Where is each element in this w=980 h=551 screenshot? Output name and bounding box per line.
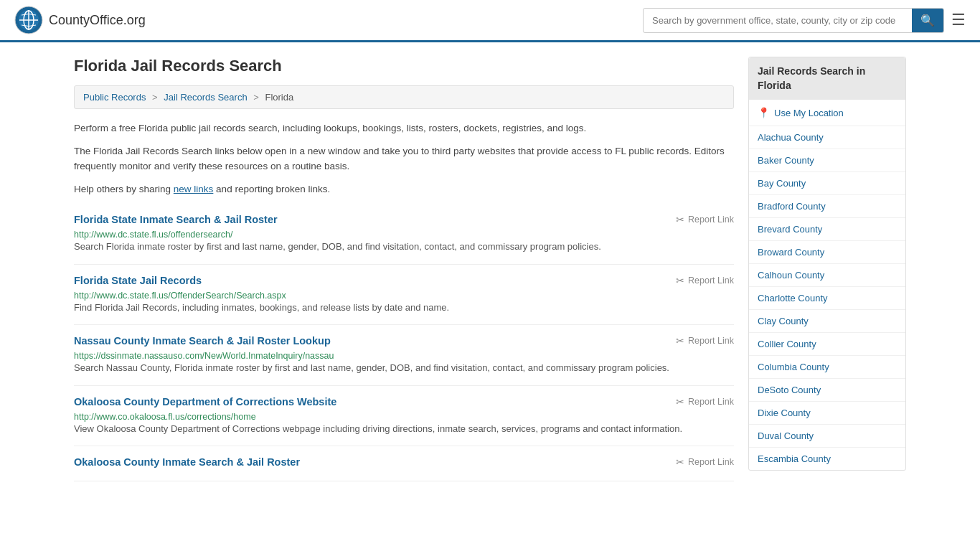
county-link-bay[interactable]: Bay County (749, 172, 905, 194)
list-item: Broward County (749, 241, 905, 264)
record-item: Okaloosa County Department of Correction… (74, 386, 734, 447)
list-item: Clay County (749, 310, 905, 333)
report-icon: ✂ (676, 456, 684, 468)
record-title[interactable]: Okaloosa County Inmate Search & Jail Ros… (74, 456, 300, 468)
logo-area: CountyOffice.org (14, 6, 146, 34)
county-link-charlotte[interactable]: Charlotte County (749, 287, 905, 309)
record-desc: Find Florida Jail Records, including inm… (74, 301, 734, 315)
county-link-bradford[interactable]: Bradford County (749, 195, 905, 217)
list-item: Columbia County (749, 356, 905, 379)
record-header: Florida State Inmate Search & Jail Roste… (74, 214, 734, 225)
list-item: Duval County (749, 425, 905, 448)
record-header: Okaloosa County Inmate Search & Jail Ros… (74, 456, 734, 468)
sidebar: Jail Records Search in Florida 📍 Use My … (748, 57, 906, 481)
county-link-desoto[interactable]: DeSoto County (749, 379, 905, 401)
record-header: Okaloosa County Department of Correction… (74, 396, 734, 408)
main-container: Florida Jail Records Search Public Recor… (60, 42, 920, 496)
record-url[interactable]: http://www.co.okaloosa.fl.us/corrections… (74, 412, 256, 422)
record-item: Okaloosa County Inmate Search & Jail Ros… (74, 446, 734, 481)
record-desc: View Okaloosa County Department of Corre… (74, 422, 734, 436)
search-input[interactable] (644, 10, 912, 31)
sidebar-county-list: Alachua County Baker County Bay County B… (749, 126, 905, 470)
site-header: CountyOffice.org 🔍 ☰ (0, 0, 980, 42)
list-item: Bradford County (749, 195, 905, 218)
description-2: The Florida Jail Records Search links be… (74, 143, 734, 174)
record-desc: Search Florida inmate roster by first an… (74, 240, 734, 254)
record-url[interactable]: https://dssinmate.nassauso.com/NewWorld.… (74, 351, 334, 361)
list-item: Charlotte County (749, 287, 905, 310)
list-item: Alachua County (749, 126, 905, 149)
list-item: Brevard County (749, 218, 905, 241)
pin-icon: 📍 (758, 107, 770, 118)
record-url[interactable]: http://www.dc.state.fl.us/OffenderSearch… (74, 291, 286, 301)
menu-button[interactable]: ☰ (951, 11, 966, 29)
county-link-collier[interactable]: Collier County (749, 333, 905, 355)
record-title[interactable]: Florida State Jail Records (74, 275, 202, 286)
report-icon: ✂ (676, 396, 684, 408)
list-item: Dixie County (749, 402, 905, 425)
description-1: Perform a free Florida public jail recor… (74, 121, 734, 136)
report-link[interactable]: ✂ Report Link (676, 335, 734, 347)
record-item: Florida State Jail Records ✂ Report Link… (74, 265, 734, 326)
county-link-clay[interactable]: Clay County (749, 310, 905, 332)
search-button[interactable]: 🔍 (912, 9, 943, 32)
page-title: Florida Jail Records Search (74, 57, 734, 75)
breadcrumb-sep-2: > (253, 92, 259, 103)
breadcrumb-public-records[interactable]: Public Records (83, 92, 146, 103)
content-area: Florida Jail Records Search Public Recor… (74, 57, 734, 481)
county-link-brevard[interactable]: Brevard County (749, 218, 905, 240)
breadcrumb-jail-records-search[interactable]: Jail Records Search (164, 92, 247, 103)
report-icon: ✂ (676, 335, 684, 347)
list-item: Baker County (749, 149, 905, 172)
list-item: Collier County (749, 333, 905, 356)
county-link-calhoun[interactable]: Calhoun County (749, 264, 905, 286)
use-my-location-link[interactable]: Use My Location (774, 108, 844, 118)
county-link-baker[interactable]: Baker County (749, 149, 905, 171)
record-desc: Search Nassau County, Florida inmate ros… (74, 361, 734, 375)
county-link-broward[interactable]: Broward County (749, 241, 905, 263)
record-header: Florida State Jail Records ✂ Report Link (74, 275, 734, 286)
record-url[interactable]: http://www.dc.state.fl.us/offendersearch… (74, 230, 232, 240)
county-link-alachua[interactable]: Alachua County (749, 126, 905, 149)
list-item: Calhoun County (749, 264, 905, 287)
logo-text: CountyOffice.org (49, 13, 146, 28)
sidebar-title: Jail Records Search in Florida (749, 57, 905, 100)
county-link-columbia[interactable]: Columbia County (749, 356, 905, 378)
record-header: Nassau County Inmate Search & Jail Roste… (74, 335, 734, 347)
list-item: Escambia County (749, 448, 905, 470)
breadcrumb-florida: Florida (265, 92, 293, 103)
breadcrumb: Public Records > Jail Records Search > F… (74, 85, 734, 109)
report-link[interactable]: ✂ Report Link (676, 214, 734, 225)
report-icon: ✂ (676, 214, 684, 225)
report-icon: ✂ (676, 275, 684, 286)
record-title[interactable]: Nassau County Inmate Search & Jail Roste… (74, 335, 331, 347)
search-bar: 🔍 (643, 8, 944, 33)
sidebar-section: Jail Records Search in Florida 📍 Use My … (748, 57, 906, 471)
breadcrumb-sep-1: > (152, 92, 158, 103)
county-link-dixie[interactable]: Dixie County (749, 402, 905, 424)
record-item: Nassau County Inmate Search & Jail Roste… (74, 325, 734, 386)
new-links-link[interactable]: new links (174, 184, 214, 194)
list-item: DeSoto County (749, 379, 905, 402)
sidebar-use-location: 📍 Use My Location (749, 100, 905, 126)
logo-icon (14, 6, 43, 34)
report-link[interactable]: ✂ Report Link (676, 275, 734, 286)
list-item: Bay County (749, 172, 905, 195)
report-link[interactable]: ✂ Report Link (676, 396, 734, 408)
report-link[interactable]: ✂ Report Link (676, 456, 734, 468)
header-right: 🔍 ☰ (643, 8, 966, 33)
county-link-escambia[interactable]: Escambia County (749, 448, 905, 470)
record-title[interactable]: Florida State Inmate Search & Jail Roste… (74, 214, 278, 225)
county-link-duval[interactable]: Duval County (749, 425, 905, 447)
record-item: Florida State Inmate Search & Jail Roste… (74, 204, 734, 265)
record-title[interactable]: Okaloosa County Department of Correction… (74, 396, 336, 408)
description-3: Help others by sharing new links and rep… (74, 182, 734, 197)
